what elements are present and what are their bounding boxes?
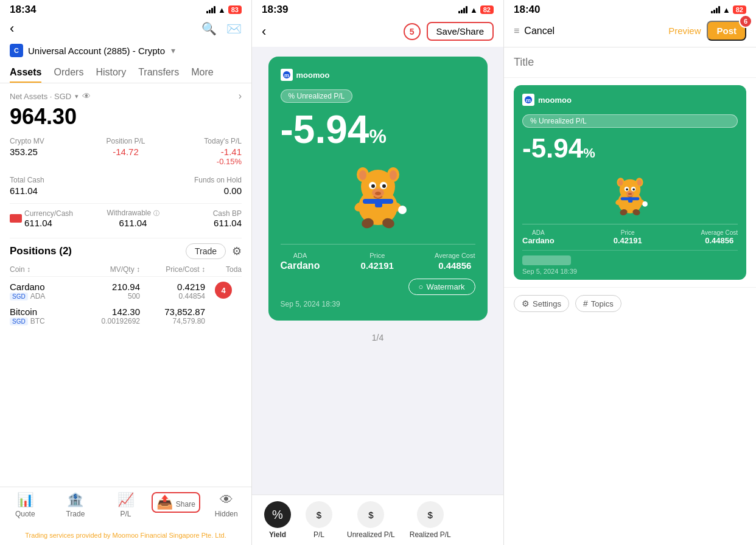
mascot-svg (338, 155, 418, 234)
format-tab-unrealized-pl[interactable]: $ Unrealized P/L (347, 501, 395, 539)
bitcoin-mv-value: 142.30 (75, 307, 140, 317)
search-icon[interactable]: 🔍 (201, 21, 217, 36)
title-input[interactable] (504, 47, 756, 78)
positions-title: Positions (2) (10, 245, 72, 257)
battery-badge-1: 83 (228, 5, 242, 14)
wifi-icon: ▲ (218, 5, 226, 15)
format-tabs: % Yield $ P/L $ Unrealized P/L $ Realize… (252, 495, 503, 545)
post-big-percent: -5.94% (522, 135, 738, 162)
topics-tag[interactable]: # Topics (575, 295, 621, 312)
th-price-cost[interactable]: Price/Cost ↕ (140, 265, 205, 274)
format-tab-realized-pl[interactable]: $ Realized P/L (410, 501, 451, 539)
pnl-badge: % Unrealized P/L (281, 89, 353, 103)
settings-tag[interactable]: ⚙ Settings (514, 295, 569, 312)
sgd-flag (10, 214, 22, 223)
tab-more[interactable]: More (191, 62, 213, 83)
card-timestamp: Sep 5, 2024 18:39 (281, 300, 475, 308)
svg-rect-20 (375, 199, 382, 207)
position-row-cardano: Cardano SGDADA 210.94 500 0.4219 0.44854… (10, 282, 242, 300)
currency-dropdown[interactable]: ▾ (75, 92, 79, 100)
quote-nav-item[interactable]: 📊 Quote (0, 492, 51, 518)
tab-history[interactable]: History (96, 62, 126, 83)
pnl-badge-wrapper: % Unrealized P/L (281, 89, 475, 110)
bitcoin-qty: 0.00192692 (75, 317, 140, 325)
pl-tab-icon: $ (306, 501, 332, 528)
cardano-cost-value: 0.44854 (140, 292, 205, 300)
th-coin[interactable]: Coin ↕ (10, 265, 75, 274)
trade-button[interactable]: Trade (186, 243, 226, 259)
bottom-nav: 📊 Quote 🏦 Trade 📈 P/L 📤 Share 👁 Hidden (0, 487, 251, 528)
wifi-icon-2: ▲ (470, 5, 478, 15)
th-mv-qty[interactable]: MV/Qty ↕ (75, 265, 140, 274)
svg-point-7 (390, 170, 397, 180)
back-button-2[interactable]: ‹ (262, 24, 266, 40)
svg-text:m: m (526, 97, 531, 103)
bitcoin-mv: 142.30 0.00192692 (75, 307, 140, 325)
tab-bar: Assets Orders History Transfers More (0, 62, 251, 83)
post-mascot-container (522, 170, 738, 219)
sort-icon[interactable]: ≡ (514, 26, 519, 36)
time-3: 18:40 (514, 4, 540, 16)
trade-nav-item[interactable]: 🏦 Trade (51, 492, 101, 518)
cardano-price-value: 0.4219 (140, 282, 205, 292)
post-ada-col: ADA Cardano (522, 229, 555, 245)
post-pnl-badge: % Unrealized P/L (522, 114, 738, 128)
share-card-wrapper: m moomoo % Unrealized P/L -5.94% (252, 47, 503, 495)
info-icon: ⓘ (153, 210, 159, 217)
eye-icon[interactable]: 👁 (82, 91, 91, 101)
panel3-nav-left: ≡ Cancel (514, 26, 555, 36)
svg-point-28 (637, 179, 642, 186)
share-label: Share (176, 500, 195, 509)
account-selector[interactable]: C Universal Account (2885) - Crypto ▾ (0, 41, 251, 62)
post-moomoo-icon: m (522, 94, 534, 106)
preview-button[interactable]: Preview (668, 26, 701, 36)
bitcoin-cost-value: 74,579.80 (140, 317, 205, 325)
trade-icon: 🏦 (67, 492, 83, 508)
positions-header: Positions (2) Trade ⚙ (10, 243, 242, 259)
svg-point-18 (398, 206, 407, 214)
settings-topics: ⚙ Settings # Topics (504, 287, 756, 319)
post-moomoo-text: moomoo (538, 95, 572, 105)
post-image-preview: m moomoo % Unrealized P/L -5.94% (514, 85, 746, 280)
watermark-circle-icon: ○ (419, 282, 424, 291)
tab-orders[interactable]: Orders (54, 62, 83, 83)
quote-icon: 📊 (17, 492, 33, 508)
share-nav-item[interactable]: 📤 Share (151, 492, 201, 518)
post-timestamp: Sep 5, 2024 18:39 (522, 268, 738, 275)
format-tab-pl[interactable]: $ P/L (306, 501, 332, 539)
hidden-icon: 👁 (220, 492, 233, 508)
hidden-nav-item[interactable]: 👁 Hidden (201, 492, 251, 518)
cancel-button[interactable]: Cancel (524, 26, 555, 36)
post-user-row: Sep 5, 2024 18:39 (522, 250, 738, 275)
pl-nav-item[interactable]: 📈 P/L (100, 492, 151, 518)
card-logo: m moomoo (281, 69, 475, 81)
todays-pl-stat: Today's P/L -1.41 -0.15% (167, 137, 242, 166)
cardano-today: 4 (205, 282, 242, 300)
mail-icon[interactable]: ✉️ (226, 21, 242, 36)
positions-settings-icon[interactable]: ⚙ (232, 245, 242, 258)
battery-badge-2: 82 (480, 5, 494, 14)
th-today: Toda (205, 265, 242, 274)
signal-icon (206, 6, 215, 13)
chevron-down-icon: ▾ (171, 46, 175, 55)
divider-2 (10, 238, 242, 238)
save-share-button[interactable]: Save/Share (427, 22, 494, 41)
yield-label: Yield (269, 530, 286, 539)
tab-assets[interactable]: Assets (10, 62, 41, 83)
battery-badge-3: 82 (733, 5, 746, 14)
pl-tab-label: P/L (313, 530, 324, 539)
panel2-nav-right: 5 Save/Share (404, 22, 494, 41)
tab-transfers[interactable]: Transfers (138, 62, 179, 83)
svg-point-34 (628, 193, 632, 195)
watermark-button[interactable]: ○ Watermark (408, 279, 475, 295)
nav-bar-1: ‹ 🔍 ✉️ (0, 18, 251, 41)
back-button-1[interactable]: ‹ (10, 21, 14, 36)
post-card-logo: m moomoo (522, 94, 738, 106)
panel3-content: m moomoo % Unrealized P/L -5.94% (504, 47, 756, 545)
net-assets-arrow[interactable]: › (239, 91, 242, 102)
time-1: 18:34 (10, 4, 36, 16)
time-2: 18:39 (262, 4, 288, 16)
format-tab-yield[interactable]: % Yield (264, 501, 291, 539)
crypto-mv-value: 353.25 (10, 147, 85, 157)
post-btn-wrapper: Post 6 (707, 21, 746, 41)
